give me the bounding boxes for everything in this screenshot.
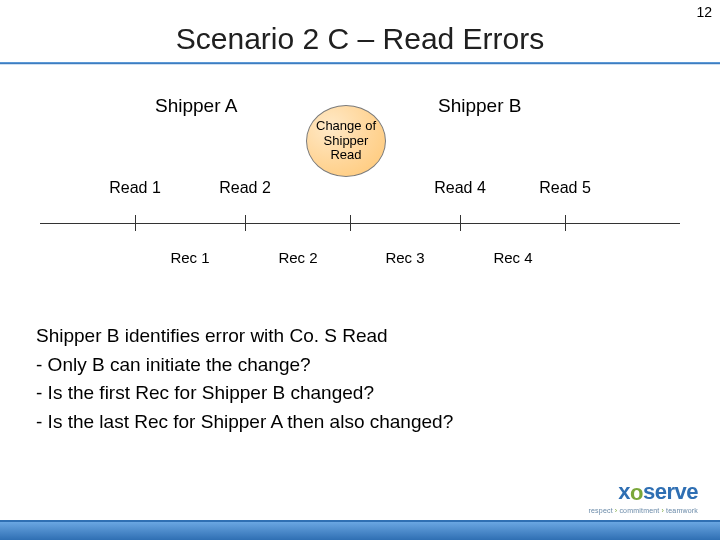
label-rec-2: Rec 2 [278,249,317,266]
logo-wordmark: xoserve [568,479,698,505]
shipper-a-label: Shipper A [155,95,237,117]
timeline: Read 1 Read 2 Read 4 Read 5 Rec 1 Rec 2 … [40,205,680,245]
timeline-axis [40,223,680,224]
label-read-2: Read 2 [219,179,271,197]
body-bullet-3: - Is the last Rec for Shipper A then als… [36,408,680,437]
change-of-shipper-bubble: Change of Shipper Read [306,105,386,177]
label-read-4: Read 4 [434,179,486,197]
timeline-diagram: Shipper A Shipper B Change of Shipper Re… [0,75,720,305]
tick-read-5 [565,215,566,231]
body-text: Shipper B identifies error with Co. S Re… [36,322,680,436]
body-line-1: Shipper B identifies error with Co. S Re… [36,322,680,351]
body-bullet-1: - Only B can initiate the change? [36,351,680,380]
title-underline [0,62,720,65]
change-bubble-text: Change of Shipper Read [311,119,381,164]
label-rec-4: Rec 4 [493,249,532,266]
label-rec-3: Rec 3 [385,249,424,266]
shipper-b-label: Shipper B [438,95,521,117]
label-read-1: Read 1 [109,179,161,197]
tag-commitment: commitment [619,507,659,514]
tick-read-4 [460,215,461,231]
tick-read-1 [135,215,136,231]
tag-respect: respect [589,507,613,514]
tick-read-2 [245,215,246,231]
page-number: 12 [696,4,712,20]
body-bullet-2: - Is the first Rec for Shipper B changed… [36,379,680,408]
label-read-5: Read 5 [539,179,591,197]
page-title: Scenario 2 C – Read Errors [0,22,720,56]
tick-change [350,215,351,231]
logo: xoserve respect›commitment›teamwork [568,479,698,514]
logo-tagline: respect›commitment›teamwork [568,507,698,514]
footer-bar [0,522,720,540]
label-rec-1: Rec 1 [170,249,209,266]
tag-teamwork: teamwork [666,507,698,514]
